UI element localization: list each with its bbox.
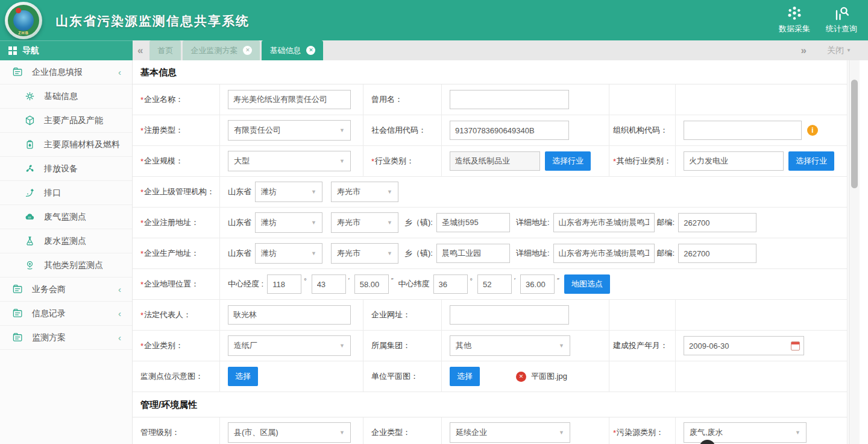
chevron-down-icon: ▼ (559, 430, 564, 436)
degree-symbol: ° (304, 277, 306, 284)
close-icon[interactable]: ✕ (306, 46, 315, 55)
other-industry-input[interactable] (684, 151, 784, 171)
org-code-input[interactable] (684, 121, 802, 140)
group-belong-label: 所属集团： (363, 331, 441, 361)
sidebar-group-enterprise-info[interactable]: 企业信息填报 ‹ (0, 60, 132, 84)
sidebar-group-info-records[interactable]: 信息记录 ‹ (0, 302, 132, 326)
lng-min-input[interactable] (312, 274, 346, 294)
scrollbar-thumb[interactable] (851, 80, 858, 188)
chevron-down-icon: ▼ (387, 250, 392, 256)
scale-select[interactable]: 大型▼ (228, 151, 351, 171)
tabs-scroll-right-button[interactable]: » (796, 40, 811, 60)
calendar-icon[interactable] (791, 341, 800, 350)
lat-sec-input[interactable] (520, 274, 555, 294)
company-category-select[interactable]: 造纸厂▼ (228, 335, 351, 356)
row-legal-rep: *法定代表人： 企业网址： (133, 300, 847, 331)
credit-code-input[interactable] (450, 121, 569, 140)
delete-file-icon[interactable]: ✕ (516, 372, 526, 382)
sidebar-item-other-monitor-points[interactable]: 其他类别监测点 (0, 253, 132, 278)
plan-image-select-button[interactable]: 选择 (450, 367, 480, 386)
prod-county-select[interactable]: 寿光市▼ (331, 243, 398, 264)
row-geo-location: *企业地理位置： 中心经度 : ° ′ ″ 中心纬度 ° ′ ″ 地图选点 (133, 269, 847, 300)
sidebar-item-products-capacity[interactable]: 主要产品及产能 (0, 109, 132, 133)
chevron-left-icon[interactable]: ‹ (118, 284, 121, 294)
lng-sec-input[interactable] (354, 274, 389, 294)
tab-basic-info-label: 基础信息 (269, 45, 301, 56)
sidebar-item-gas-monitor-points[interactable]: co 废气监测点 (0, 205, 132, 229)
prod-zip-input[interactable] (678, 244, 756, 263)
row-parent-org: *企业上级管理机构： 山东省 潍坊▼ 寿光市▼ (133, 177, 847, 208)
fan-icon (24, 163, 36, 174)
data-collect-button[interactable]: 数据采集 (779, 5, 810, 34)
former-name-input[interactable] (450, 90, 569, 109)
reg-detail-input[interactable] (553, 213, 655, 232)
sidebar-group-monitor-plan[interactable]: 监测方案 ‹ (0, 326, 132, 350)
stats-query-button[interactable]: 统计查询 (826, 5, 857, 34)
chevron-left-icon[interactable]: ‹ (118, 332, 121, 343)
company-type-select[interactable]: 延续企业▼ (450, 422, 570, 443)
map-pick-button[interactable]: 地图选点 (564, 274, 610, 294)
outlet-icon (24, 187, 36, 198)
tabs-scroll-left-button[interactable]: « (133, 40, 148, 60)
cube-icon (24, 115, 36, 126)
sidebar-item-raw-materials-fuel[interactable]: 主要原辅材料及燃料 (0, 133, 132, 157)
folder-icon (12, 332, 24, 343)
chevron-down-icon: ▼ (387, 220, 392, 226)
folder-icon (12, 284, 24, 295)
website-input[interactable] (450, 305, 569, 325)
stats-search-icon (834, 5, 849, 21)
reg-zip-input[interactable] (678, 213, 756, 232)
build-date-input[interactable] (684, 336, 804, 355)
prod-city-select[interactable]: 潍坊▼ (255, 243, 322, 264)
select-industry-button[interactable]: 选择行业 (545, 151, 591, 171)
close-tabs-menu[interactable]: 关闭 ▼ (827, 45, 851, 56)
sidebar-item-label: 主要原辅材料及燃料 (44, 139, 120, 150)
vertical-scrollbar[interactable] (849, 60, 860, 444)
sidebar-group-business-consult[interactable]: 业务会商 ‹ (0, 278, 132, 302)
site-sketch-select-button[interactable]: 选择 (228, 367, 258, 386)
row-company-name: *企业名称： 曾用名： (133, 84, 847, 115)
plan-image-filename: 平面图.jpg (531, 371, 567, 382)
tab-home[interactable]: 首页 (149, 40, 181, 60)
app-logo-icon: ZHB (5, 2, 42, 39)
company-category-label: *企业类别： (133, 331, 219, 361)
sidebar-item-basic-info[interactable]: 基础信息 (0, 84, 132, 109)
parent-county-select[interactable]: 寿光市▼ (331, 182, 398, 202)
legal-rep-input[interactable] (228, 305, 351, 325)
group-belong-select[interactable]: 其他▼ (450, 335, 570, 356)
lat-deg-input[interactable] (433, 274, 468, 294)
chevron-down-icon: ▼ (387, 189, 392, 195)
lng-deg-input[interactable] (267, 274, 301, 294)
chevron-down-icon: ▼ (339, 430, 345, 436)
close-icon[interactable]: ✕ (243, 46, 252, 55)
reg-town-input[interactable] (436, 213, 510, 232)
chevron-left-icon[interactable]: ‹ (118, 67, 121, 77)
sidebar-item-emission-equipment[interactable]: 排放设备 (0, 157, 132, 181)
second-symbol: ″ (391, 277, 394, 284)
prod-detail-input[interactable] (553, 244, 655, 263)
tab-basic-info[interactable]: 基础信息 ✕ (262, 40, 323, 60)
geo-location-label: *企业地理位置： (133, 269, 219, 299)
sidebar-item-outlets[interactable]: 排口 (0, 181, 132, 205)
gas-cloud-icon: co (24, 211, 36, 223)
sidebar-item-water-monitor-points[interactable]: 废水监测点 (0, 229, 132, 253)
tab-enterprise-monitor-plan[interactable]: 企业监测方案 ✕ (183, 40, 260, 60)
town-label: 乡（镇): (404, 217, 433, 228)
tab-home-label: 首页 (157, 45, 173, 56)
lat-min-input[interactable] (477, 274, 512, 294)
select-other-industry-button[interactable]: 选择行业 (788, 151, 834, 171)
chevron-down-icon: ▼ (339, 343, 345, 349)
info-icon[interactable]: i (807, 125, 818, 136)
chevron-left-icon[interactable]: ‹ (118, 308, 121, 319)
register-type-select[interactable]: 有限责任公司▼ (228, 120, 351, 141)
reg-city-select[interactable]: 潍坊▼ (255, 212, 322, 233)
pollution-category-select[interactable]: 废气,废水▼ (684, 422, 807, 443)
mgmt-level-select[interactable]: 县(市、区属)▼ (228, 422, 351, 443)
prod-town-input[interactable] (436, 244, 510, 263)
parent-city-select[interactable]: 潍坊▼ (255, 182, 322, 202)
industry-input[interactable] (450, 151, 540, 171)
second-symbol: ″ (557, 277, 559, 284)
reg-county-select[interactable]: 寿光市▼ (331, 212, 398, 233)
longitude-label: 中心经度 : (228, 279, 263, 290)
company-name-input[interactable] (228, 90, 351, 109)
